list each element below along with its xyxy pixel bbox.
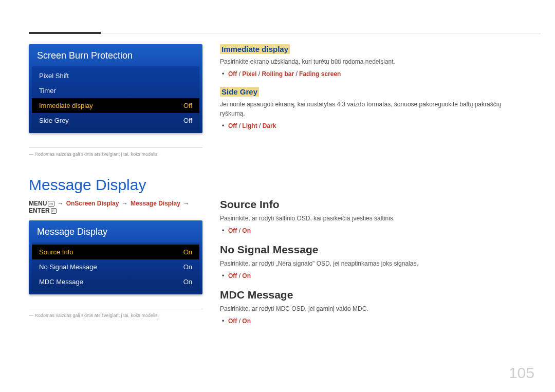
osd-message-display: Message Display Source Info On No Signal…: [29, 220, 202, 294]
footnote: ― Rodomas vaizdas gali skirtis atsižvelg…: [29, 151, 202, 158]
opt: Off: [228, 318, 237, 325]
enter-icon: E: [51, 208, 57, 214]
heading-no-signal: No Signal Message: [220, 244, 521, 256]
menu-path: MENUm → OnScreen Display → Message Displ…: [29, 200, 202, 214]
options-immediate-display: Off / Pixel / Rolling bar / Fading scree…: [228, 70, 521, 78]
arrow-icon: →: [183, 200, 189, 207]
osd-row-value: On: [183, 248, 192, 256]
osd-screen-burn-protection: Screen Burn Protection Pixel Shift Timer…: [29, 44, 202, 133]
opt: On: [242, 318, 251, 325]
osd-row-pixel-shift[interactable]: Pixel Shift: [32, 68, 199, 83]
osd-row-value: On: [183, 263, 192, 271]
footnote-rule: [29, 309, 202, 309]
osd-row-label: Side Grey: [39, 117, 69, 124]
footnote-rule: [29, 147, 202, 148]
osd-row-label: MDC Message: [39, 278, 83, 286]
heading-source-info: Source Info: [220, 198, 521, 211]
block-source-info: Source Info Pasirinkite, ar rodyti šalti…: [220, 198, 521, 234]
osd-row-mdc-message[interactable]: MDC Message On: [32, 274, 199, 289]
arrow-icon: →: [57, 200, 63, 207]
options-mdc: Off / On: [228, 318, 521, 325]
heading-immediate-display: Immediate display: [220, 44, 290, 54]
osd-row-label: No Signal Message: [39, 263, 97, 271]
page-number: 105: [509, 364, 534, 382]
block-no-signal: No Signal Message Pasirinkite, ar rodyti…: [220, 244, 521, 279]
opt: Light: [242, 122, 257, 129]
heading-side-grey: Side Grey: [220, 87, 259, 97]
arrow-icon: →: [122, 200, 128, 207]
opt: On: [242, 272, 251, 279]
opt: Rolling bar: [262, 70, 294, 78]
section-title-message-display: Message Display: [29, 176, 202, 194]
osd-row-label: Timer: [39, 87, 56, 95]
para: Jei norite apsaugoti ekraną, kai nustaty…: [220, 100, 521, 118]
osd-row-label: Pixel Shift: [39, 72, 69, 80]
osd-body: Source Info On No Signal Message On MDC …: [32, 242, 199, 291]
footnote: ― Rodomas vaizdas gali skirtis atsižvelg…: [29, 312, 202, 319]
header-rule: [29, 33, 541, 33]
opt: Off: [228, 122, 237, 129]
osd-row-label: Source Info: [39, 248, 73, 256]
block-side-grey: Side Grey Jei norite apsaugoti ekraną, k…: [220, 87, 521, 129]
options-side-grey: Off / Light / Dark: [228, 122, 521, 129]
osd-row-side-grey[interactable]: Side Grey Off: [32, 113, 199, 128]
osd-row-immediate-display[interactable]: Immediate display Off: [32, 98, 199, 113]
para: Pasirinkite, ar rodyti šaltinio OSD, kai…: [220, 214, 521, 223]
osd-row-no-signal-message[interactable]: No Signal Message On: [32, 259, 199, 274]
para: Pasirinkite, ar rodyti „Nėra signalo" OS…: [220, 259, 521, 268]
osd-row-label: Immediate display: [39, 102, 93, 109]
osd-row-source-info[interactable]: Source Info On: [32, 245, 199, 259]
para: Pasirinkite, ar rodyti MDC OSD, jei gami…: [220, 304, 521, 313]
header-rule-thick: [29, 32, 101, 34]
para: Pasirinkite ekrano užsklandą, kuri turėt…: [220, 57, 521, 66]
menu-icon: m: [48, 201, 54, 207]
opt: On: [242, 227, 251, 234]
opt: Pixel: [242, 70, 256, 78]
heading-mdc: MDC Message: [220, 289, 521, 301]
path-part: Message Display: [131, 200, 180, 207]
block-mdc: MDC Message Pasirinkite, ar rodyti MDC O…: [220, 289, 521, 325]
path-part: OnScreen Display: [66, 200, 119, 207]
osd-body: Pixel Shift Timer Immediate display Off …: [32, 66, 199, 130]
opt: Fading screen: [299, 70, 341, 78]
options-no-signal: Off / On: [228, 272, 521, 279]
osd-title: Message Display: [29, 220, 202, 242]
osd-row-timer[interactable]: Timer: [32, 83, 199, 98]
osd-row-value: Off: [183, 117, 192, 124]
options-source-info: Off / On: [228, 227, 521, 234]
osd-row-value: Off: [183, 102, 192, 109]
opt: Off: [228, 272, 237, 279]
opt: Off: [228, 70, 237, 78]
block-immediate-display: Immediate display Pasirinkite ekrano užs…: [220, 44, 521, 78]
enter-label: ENTER: [29, 207, 50, 214]
opt: Dark: [263, 122, 276, 129]
menu-label: MENU: [29, 200, 47, 207]
osd-row-value: On: [183, 278, 192, 286]
opt: Off: [228, 227, 237, 234]
osd-title: Screen Burn Protection: [29, 44, 202, 66]
